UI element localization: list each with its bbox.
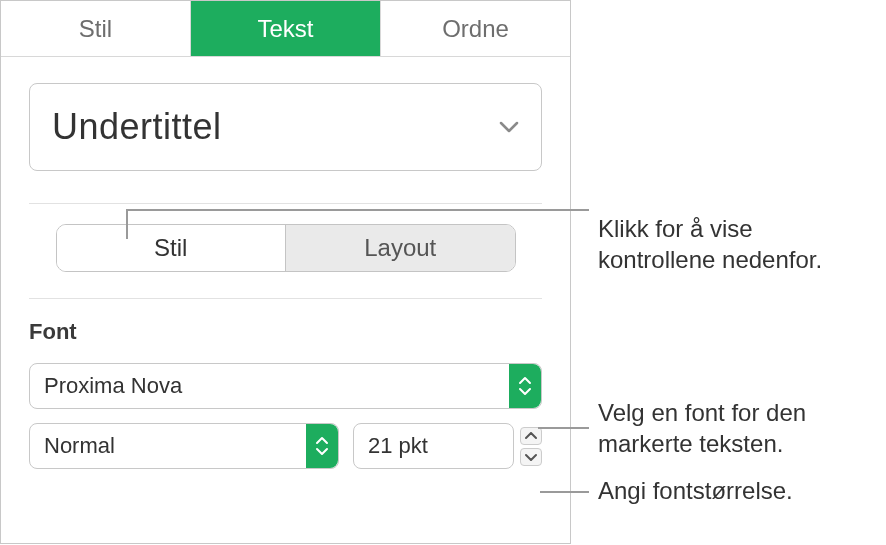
- segment-label: Layout: [364, 234, 436, 262]
- font-family-value: Proxima Nova: [44, 373, 527, 399]
- segmented-control: Stil Layout: [56, 224, 516, 272]
- annotation-text: kontrollene nedenfor.: [598, 246, 822, 273]
- annotation-text: Angi fontstørrelse.: [598, 477, 793, 504]
- divider: [29, 298, 542, 299]
- panel-content: Undertittel Stil Layout Font Proxima Nov…: [1, 57, 570, 489]
- callout-leader: [126, 209, 589, 211]
- font-size-stepper: [520, 427, 542, 466]
- font-style-value: Normal: [44, 433, 324, 459]
- stepper-down-button[interactable]: [520, 448, 542, 466]
- tab-tekst[interactable]: Tekst: [191, 1, 381, 56]
- popup-indicator-icon: [509, 364, 541, 408]
- segment-layout[interactable]: Layout: [286, 225, 515, 271]
- chevron-down-icon: [499, 121, 519, 133]
- segment-stil[interactable]: Stil: [57, 225, 287, 271]
- tab-label: Tekst: [257, 15, 313, 43]
- annotation-font: Velg en font for den markerte teksten.: [598, 397, 806, 459]
- annotation-text: Velg en font for den: [598, 399, 806, 426]
- callout-leader: [126, 209, 128, 239]
- segment-label: Stil: [154, 234, 187, 262]
- annotation-stil: Klikk for å vise kontrollene nedenfor.: [598, 213, 822, 275]
- main-tab-bar: Stil Tekst Ordne: [1, 1, 570, 57]
- paragraph-style-label: Undertittel: [52, 106, 222, 148]
- font-size-value: 21 pkt: [368, 433, 428, 459]
- tab-ordne[interactable]: Ordne: [381, 1, 570, 56]
- paragraph-style-popup[interactable]: Undertittel: [29, 83, 542, 171]
- format-panel: Stil Tekst Ordne Undertittel Stil Layout: [0, 0, 571, 544]
- tab-label: Ordne: [442, 15, 509, 43]
- font-family-select[interactable]: Proxima Nova: [29, 363, 542, 409]
- font-family-row: Proxima Nova: [29, 363, 542, 409]
- popup-indicator-icon: [306, 424, 338, 468]
- callout-leader: [538, 427, 589, 429]
- font-size-container: 21 pkt: [353, 423, 542, 469]
- font-size-field[interactable]: 21 pkt: [353, 423, 514, 469]
- segmented-container: Stil Layout: [29, 224, 542, 272]
- tab-stil[interactable]: Stil: [1, 1, 191, 56]
- divider: [29, 203, 542, 204]
- font-style-select[interactable]: Normal: [29, 423, 339, 469]
- annotation-text: markerte teksten.: [598, 430, 783, 457]
- font-style-size-row: Normal 21 pkt: [29, 423, 542, 469]
- chevron-down-icon: [525, 453, 537, 461]
- font-section-label: Font: [29, 319, 542, 345]
- annotation-size: Angi fontstørrelse.: [598, 475, 793, 506]
- chevron-up-icon: [525, 432, 537, 440]
- tab-label: Stil: [79, 15, 112, 43]
- annotation-text: Klikk for å vise: [598, 215, 753, 242]
- stepper-up-button[interactable]: [520, 427, 542, 445]
- callout-leader: [540, 491, 589, 493]
